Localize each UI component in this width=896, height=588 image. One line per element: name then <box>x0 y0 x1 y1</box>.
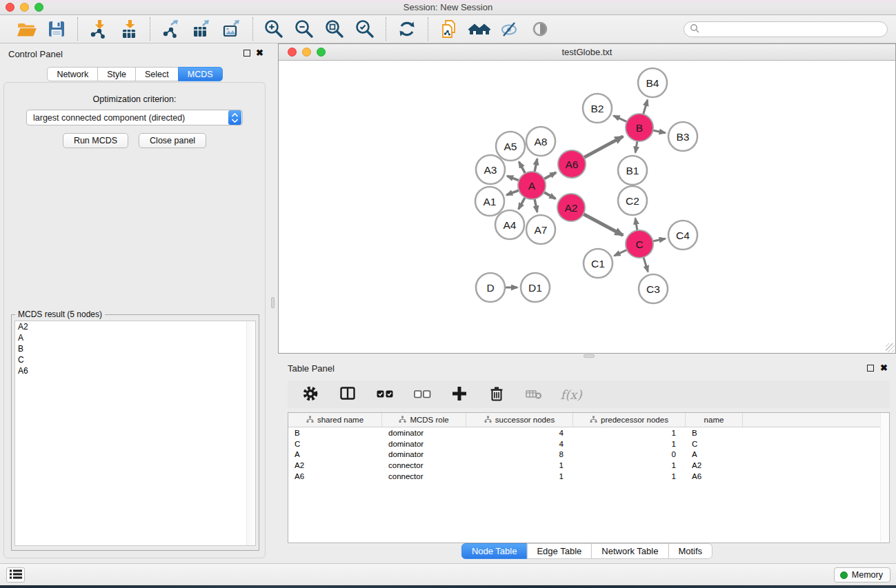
clone-network-button[interactable] <box>437 18 461 40</box>
zoom-selected-button[interactable] <box>352 18 377 40</box>
export-image-button[interactable] <box>219 18 244 40</box>
mcds-result-list[interactable]: A2ABCA6 <box>14 321 256 546</box>
delete-table-button[interactable] <box>524 384 544 405</box>
network-node-D[interactable]: D <box>476 273 505 302</box>
search-input[interactable] <box>699 24 882 34</box>
table-row[interactable]: Bdominator41B <box>288 427 889 438</box>
show-graphics-button[interactable] <box>528 18 552 40</box>
table-row[interactable]: Cdominator41C <box>288 438 889 449</box>
zoom-out-button[interactable] <box>292 18 317 40</box>
network-node-A4[interactable]: A4 <box>495 210 524 239</box>
network-node-C[interactable]: C <box>626 230 653 258</box>
list-scrollbar[interactable] <box>246 321 255 545</box>
network-node-B2[interactable]: B2 <box>583 94 612 123</box>
close-panel-icon[interactable]: ✖ <box>256 48 263 58</box>
run-mcds-button[interactable]: Run MCDS <box>63 133 128 148</box>
refresh-button[interactable] <box>395 18 419 40</box>
network-node-C1[interactable]: C1 <box>584 249 613 278</box>
table-cell: A2 <box>686 461 743 469</box>
tab-mcds[interactable]: MCDS <box>178 67 223 81</box>
memory-button[interactable]: Memory <box>834 567 890 582</box>
network-node-B4[interactable]: B4 <box>638 68 667 97</box>
tab-motifs[interactable]: Motifs <box>668 543 713 559</box>
table-body: Bdominator41BCdominator41CAdominator80AA… <box>288 427 889 482</box>
open-session-button[interactable] <box>14 18 39 40</box>
tab-network-table[interactable]: Network Table <box>591 543 668 559</box>
table-row[interactable]: A6connector11A6 <box>288 471 889 482</box>
table-row[interactable]: Adominator80A <box>288 449 889 460</box>
task-history-button[interactable] <box>6 567 25 582</box>
mcds-result-item[interactable]: B <box>15 343 255 354</box>
close-panel-button[interactable]: Close panel <box>139 133 206 148</box>
column-header-predecessor-nodes[interactable]: predecessor nodes <box>573 413 686 427</box>
network-node-A8[interactable]: A8 <box>526 127 555 156</box>
deselect-all-button[interactable] <box>412 384 432 405</box>
home-view-button[interactable] <box>467 18 492 40</box>
window-resize-grip[interactable] <box>886 343 895 352</box>
mcds-result-item[interactable]: A6 <box>15 365 255 376</box>
tab-style[interactable]: Style <box>97 67 136 81</box>
table-cell: 0 <box>573 450 686 458</box>
export-table-button[interactable] <box>189 18 214 40</box>
tab-node-table[interactable]: Node Table <box>461 543 528 559</box>
criterion-dropdown[interactable]: largest connected component (directed) <box>26 110 243 125</box>
column-header-successor-nodes[interactable]: successor nodes <box>466 413 573 427</box>
network-graph[interactable]: B4B2BB3A8A5A6A3B1AA1C2A2A4A7C4CC1C3DD1 <box>279 61 895 353</box>
zoom-in-button[interactable] <box>261 18 286 40</box>
save-session-button[interactable] <box>44 18 69 40</box>
tab-select[interactable]: Select <box>135 67 179 81</box>
network-window-titlebar[interactable]: testGlobe.txt <box>279 44 895 61</box>
table-scrollbar[interactable] <box>880 413 889 543</box>
delete-column-button[interactable] <box>486 384 507 405</box>
network-edge-A6-B[interactable] <box>582 136 623 159</box>
network-node-A1[interactable]: A1 <box>475 187 504 216</box>
export-network-button[interactable] <box>159 18 183 40</box>
vertical-splitter[interactable] <box>270 43 278 563</box>
column-header-shared-name[interactable]: shared name <box>288 413 382 427</box>
network-edge-A2-C[interactable] <box>581 213 623 235</box>
split-view-button[interactable] <box>337 384 358 405</box>
import-table-button[interactable] <box>117 18 141 40</box>
horizontal-splitter[interactable] <box>278 354 896 358</box>
import-network-button[interactable] <box>86 18 111 40</box>
table-cell: connector <box>382 472 466 480</box>
network-node-C4[interactable]: C4 <box>668 221 697 250</box>
mcds-result-item[interactable]: A2 <box>15 321 255 332</box>
mcds-result-item[interactable]: C <box>15 354 255 365</box>
network-node-B1[interactable]: B1 <box>618 156 647 185</box>
network-node-C2[interactable]: C2 <box>618 186 647 215</box>
mcds-result-item[interactable]: A <box>15 332 255 343</box>
tab-network[interactable]: Network <box>47 67 98 81</box>
select-all-button[interactable] <box>375 384 395 405</box>
search-field[interactable] <box>684 21 888 37</box>
network-node-A3[interactable]: A3 <box>476 155 505 184</box>
hide-graphics-button[interactable] <box>497 18 522 40</box>
zoom-fit-button[interactable] <box>322 18 347 40</box>
network-node-A6[interactable]: A6 <box>558 150 586 178</box>
network-node-A5[interactable]: A5 <box>496 132 525 161</box>
table-settings-button[interactable] <box>300 384 321 405</box>
column-header-name[interactable]: name <box>686 413 743 427</box>
network-node-C3[interactable]: C3 <box>639 274 668 303</box>
splitter-handle[interactable] <box>271 297 275 308</box>
column-header-MCDS-role[interactable]: MCDS role <box>382 413 466 427</box>
function-builder-button[interactable]: f(x) <box>561 384 581 405</box>
network-node-B[interactable]: B <box>626 114 653 141</box>
tab-edge-table[interactable]: Edge Table <box>526 543 592 559</box>
svg-text:A3: A3 <box>484 164 497 176</box>
network-node-D1[interactable]: D1 <box>521 273 550 302</box>
criterion-value: largest connected component (directed) <box>27 113 228 123</box>
table-row[interactable]: A2connector11A2 <box>288 460 889 471</box>
network-node-A[interactable]: A <box>518 172 546 199</box>
add-column-button[interactable] <box>449 384 470 405</box>
close-panel-icon[interactable]: ✖ <box>880 363 888 373</box>
control-panel-tabs: NetworkStyleSelectMCDS <box>0 67 270 81</box>
network-node-A2[interactable]: A2 <box>557 194 585 221</box>
network-node-B3[interactable]: B3 <box>668 122 697 151</box>
float-panel-icon[interactable] <box>867 365 874 372</box>
float-panel-icon[interactable] <box>243 50 250 57</box>
network-canvas[interactable]: B4B2BB3A8A5A6A3B1AA1C2A2A4A7C4CC1C3DD1 <box>279 61 895 353</box>
splitter-handle[interactable] <box>584 354 595 358</box>
svg-text:C: C <box>635 239 643 250</box>
network-node-A7[interactable]: A7 <box>526 215 555 244</box>
